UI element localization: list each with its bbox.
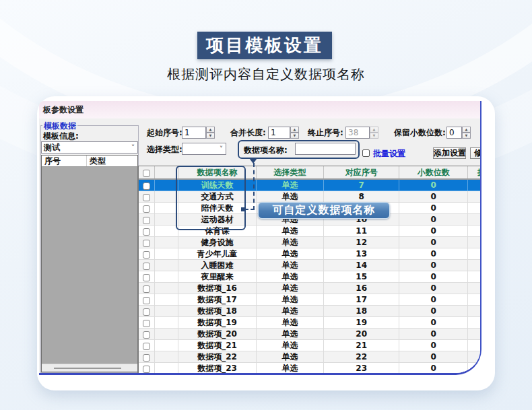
row-checkbox-cell[interactable] [139, 329, 155, 340]
horizontal-scrollbar[interactable] [42, 364, 137, 372]
row-seq[interactable]: 15 [324, 271, 400, 283]
row-item-name[interactable]: 入睡困难 [178, 260, 257, 271]
list-header-seq[interactable]: 序号 [42, 156, 87, 166]
row-seq[interactable]: 19 [324, 317, 400, 329]
row-checkbox[interactable] [143, 285, 150, 293]
row-item-name[interactable]: 数据项_23 [178, 363, 257, 374]
table-row[interactable]: 数据项_19 单选 19 0 [139, 317, 481, 329]
list-header-type[interactable]: 类型 [87, 156, 137, 166]
row-select-type[interactable]: 单选 [257, 294, 324, 306]
table-row[interactable]: 数据项_21 单选 21 0 [139, 340, 481, 351]
row-seq[interactable]: 16 [324, 283, 400, 294]
row-decimals[interactable]: 0 [399, 260, 468, 271]
batch-checkbox[interactable] [362, 149, 370, 157]
row-checkbox-cell[interactable] [139, 203, 155, 214]
row-checkbox-cell[interactable] [139, 191, 155, 203]
row-select-type[interactable]: 单选 [257, 306, 324, 317]
select-all-checkbox[interactable] [143, 170, 150, 177]
batch-checkbox-label[interactable]: 批量设置 [373, 149, 405, 158]
add-settings-button[interactable]: 添加设置 [433, 147, 466, 159]
row-decimals[interactable]: 0 [399, 363, 468, 374]
table-row[interactable]: 数据项_23 单选 23 0 [139, 363, 481, 374]
row-select-type[interactable]: 单选 [257, 283, 324, 294]
table-row[interactable]: 健身设施 单选 12 0 [139, 237, 481, 248]
row-checkbox[interactable] [143, 205, 150, 213]
row-item-name[interactable]: 数据项_22 [178, 351, 257, 363]
row-checkbox[interactable] [143, 354, 150, 362]
row-checkbox-cell[interactable] [139, 237, 155, 248]
row-decimals[interactable]: 0 [399, 214, 468, 226]
row-checkbox[interactable] [143, 343, 150, 350]
row-decimals[interactable]: 0 [399, 294, 468, 306]
row-checkbox-cell[interactable] [139, 180, 155, 191]
row-decimals[interactable]: 0 [399, 237, 468, 248]
row-decimals[interactable]: 0 [399, 340, 468, 351]
row-seq[interactable]: 7 [324, 180, 400, 191]
row-decimals[interactable]: 0 [399, 271, 468, 283]
table-row[interactable]: 青少年儿童 单选 13 0 [139, 248, 481, 260]
row-seq[interactable]: 20 [324, 329, 400, 340]
select-type-dropdown[interactable]: ˅ [182, 143, 226, 155]
row-checkbox-cell[interactable] [139, 271, 155, 283]
row-seq[interactable]: 18 [324, 306, 400, 317]
table-row[interactable]: 夜里醒来 单选 15 0 [139, 271, 481, 283]
row-select-type[interactable]: 单选 [257, 260, 324, 271]
row-select-type[interactable]: 单选 [257, 271, 324, 283]
row-item-name[interactable]: 数据项_17 [178, 294, 257, 306]
row-select-type[interactable]: 单选 [257, 191, 324, 203]
row-checkbox-cell[interactable] [139, 283, 155, 294]
row-item-name[interactable]: 夜里醒来 [178, 271, 257, 283]
row-select-type[interactable]: 单选 [257, 180, 324, 191]
row-select-type[interactable]: 单选 [257, 340, 324, 351]
row-decimals[interactable]: 0 [399, 203, 468, 214]
row-seq[interactable]: 22 [324, 351, 400, 363]
row-checkbox-cell[interactable] [139, 351, 155, 363]
decimals-input[interactable]: 0 [446, 127, 462, 139]
row-item-name[interactable]: 健身设施 [178, 237, 257, 248]
scrollbar-thumb[interactable] [54, 368, 121, 369]
row-checkbox[interactable] [143, 217, 150, 224]
row-seq[interactable]: 21 [324, 340, 400, 351]
row-checkbox[interactable] [143, 228, 150, 236]
table-row[interactable]: 数据项_16 单选 16 0 [139, 283, 481, 294]
merge-len-stepper[interactable]: ▲▼ [290, 127, 299, 139]
row-select-type[interactable]: 单选 [257, 226, 324, 237]
row-decimals[interactable]: 0 [399, 180, 468, 191]
row-checkbox-cell[interactable] [139, 226, 155, 237]
row-select-type[interactable]: 单选 [257, 248, 324, 260]
row-seq[interactable]: 12 [324, 237, 400, 248]
row-checkbox-cell[interactable] [139, 306, 155, 317]
row-seq[interactable]: 14 [324, 260, 400, 271]
template-items-list[interactable]: 序号 类型 [41, 155, 138, 372]
row-checkbox-cell[interactable] [139, 317, 155, 329]
row-checkbox[interactable] [143, 182, 150, 190]
row-checkbox[interactable] [143, 331, 150, 339]
row-decimals[interactable]: 0 [399, 283, 468, 294]
row-checkbox-cell[interactable] [139, 363, 155, 374]
merge-len-input[interactable]: 1 [268, 127, 290, 139]
item-name-input[interactable] [295, 143, 356, 155]
row-item-name[interactable]: 数据项_20 [178, 329, 257, 340]
row-checkbox-cell[interactable] [139, 260, 155, 271]
row-item-name[interactable]: 数据项_21 [178, 340, 257, 351]
row-checkbox-cell[interactable] [139, 294, 155, 306]
table-row[interactable]: 数据项_17 单选 17 0 [139, 294, 481, 306]
row-select-type[interactable]: 单选 [257, 363, 324, 374]
row-select-type[interactable]: 单选 [257, 237, 324, 248]
row-checkbox[interactable] [143, 240, 150, 247]
template-select[interactable]: 测试 ˅ [41, 141, 138, 153]
row-item-name[interactable]: 数据项_19 [178, 317, 257, 329]
row-seq[interactable]: 17 [324, 294, 400, 306]
row-checkbox[interactable] [143, 251, 150, 259]
row-decimals[interactable]: 0 [399, 351, 468, 363]
row-decimals[interactable]: 0 [399, 191, 468, 203]
row-checkbox[interactable] [143, 263, 150, 270]
row-checkbox[interactable] [143, 297, 150, 304]
row-decimals[interactable]: 0 [399, 329, 468, 340]
start-seq-stepper[interactable]: ▲▼ [206, 127, 215, 139]
row-decimals[interactable]: 0 [399, 306, 468, 317]
row-select-type[interactable]: 单选 [257, 317, 324, 329]
header-seq[interactable]: 对应序号 [324, 166, 400, 178]
row-checkbox[interactable] [143, 320, 150, 327]
row-select-type[interactable]: 单选 [257, 351, 324, 363]
